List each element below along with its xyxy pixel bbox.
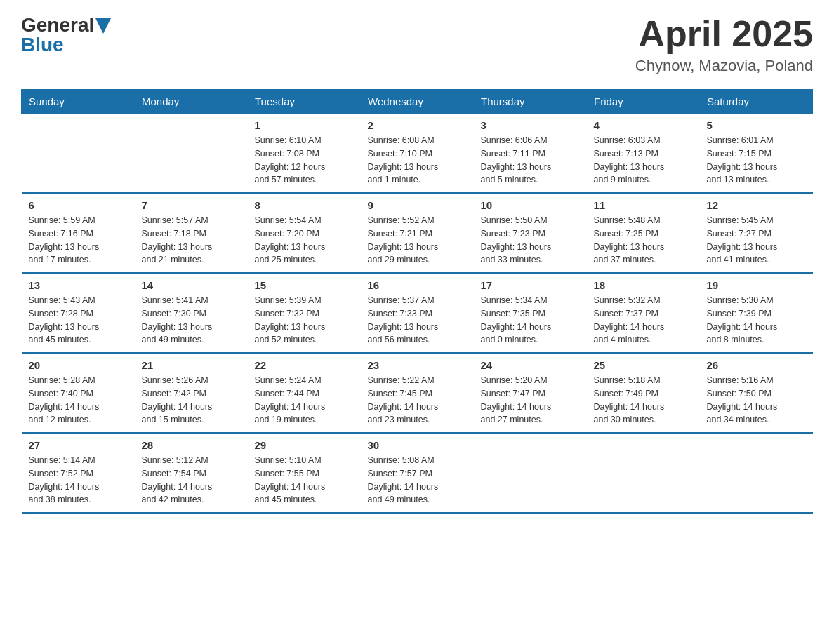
day-number: 25 — [594, 359, 693, 371]
title-block: April 2025 Chynow, Mazovia, Poland — [635, 14, 813, 75]
day-number: 15 — [255, 279, 354, 291]
calendar-day-cell: 30Sunrise: 5:08 AMSunset: 7:57 PMDayligh… — [361, 433, 474, 513]
calendar-day-cell: 23Sunrise: 5:22 AMSunset: 7:45 PMDayligh… — [361, 353, 474, 433]
calendar-week-row: 27Sunrise: 5:14 AMSunset: 7:52 PMDayligh… — [22, 433, 813, 513]
calendar-day-cell: 25Sunrise: 5:18 AMSunset: 7:49 PMDayligh… — [587, 353, 700, 433]
day-info: Sunrise: 5:41 AMSunset: 7:30 PMDaylight:… — [142, 294, 241, 347]
calendar-day-cell — [587, 433, 700, 513]
calendar-day-cell: 15Sunrise: 5:39 AMSunset: 7:32 PMDayligh… — [248, 273, 361, 353]
day-number: 26 — [707, 359, 806, 371]
day-info: Sunrise: 5:39 AMSunset: 7:32 PMDaylight:… — [255, 294, 354, 347]
day-info: Sunrise: 5:28 AMSunset: 7:40 PMDaylight:… — [29, 374, 128, 427]
day-info: Sunrise: 5:26 AMSunset: 7:42 PMDaylight:… — [142, 374, 241, 427]
calendar-day-cell: 20Sunrise: 5:28 AMSunset: 7:40 PMDayligh… — [22, 353, 135, 433]
day-of-week-header: Monday — [135, 90, 248, 114]
day-info: Sunrise: 5:32 AMSunset: 7:37 PMDaylight:… — [594, 294, 693, 347]
day-number: 4 — [594, 119, 693, 131]
calendar-body: 1Sunrise: 6:10 AMSunset: 7:08 PMDaylight… — [22, 114, 813, 514]
day-number: 16 — [368, 279, 467, 291]
day-of-week-header: Tuesday — [248, 90, 361, 114]
logo-blue-text: Blue — [21, 34, 111, 56]
calendar-day-cell: 26Sunrise: 5:16 AMSunset: 7:50 PMDayligh… — [700, 353, 813, 433]
day-number: 2 — [368, 119, 467, 131]
day-info: Sunrise: 5:52 AMSunset: 7:21 PMDaylight:… — [368, 214, 467, 267]
calendar-day-cell — [22, 114, 135, 194]
calendar-day-cell: 3Sunrise: 6:06 AMSunset: 7:11 PMDaylight… — [474, 114, 587, 194]
logo-triangle-icon — [95, 18, 111, 34]
day-info: Sunrise: 5:37 AMSunset: 7:33 PMDaylight:… — [368, 294, 467, 347]
day-number: 20 — [29, 359, 128, 371]
calendar-day-cell: 19Sunrise: 5:30 AMSunset: 7:39 PMDayligh… — [700, 273, 813, 353]
calendar-day-cell: 16Sunrise: 5:37 AMSunset: 7:33 PMDayligh… — [361, 273, 474, 353]
logo: General Blue — [21, 14, 111, 56]
day-info: Sunrise: 5:43 AMSunset: 7:28 PMDaylight:… — [29, 294, 128, 347]
day-info: Sunrise: 5:45 AMSunset: 7:27 PMDaylight:… — [707, 214, 806, 267]
day-number: 14 — [142, 279, 241, 291]
page-header: General Blue April 2025 Chynow, Mazovia,… — [21, 14, 813, 75]
calendar-week-row: 13Sunrise: 5:43 AMSunset: 7:28 PMDayligh… — [22, 273, 813, 353]
calendar-week-row: 6Sunrise: 5:59 AMSunset: 7:16 PMDaylight… — [22, 193, 813, 273]
day-number: 30 — [368, 439, 467, 451]
calendar-day-cell: 10Sunrise: 5:50 AMSunset: 7:23 PMDayligh… — [474, 193, 587, 273]
day-number: 17 — [481, 279, 580, 291]
day-of-week-header: Wednesday — [361, 90, 474, 114]
calendar-header: SundayMondayTuesdayWednesdayThursdayFrid… — [22, 90, 813, 114]
day-number: 21 — [142, 359, 241, 371]
day-number: 10 — [481, 199, 580, 211]
day-number: 22 — [255, 359, 354, 371]
day-info: Sunrise: 6:01 AMSunset: 7:15 PMDaylight:… — [707, 134, 806, 187]
month-title: April 2025 — [635, 14, 813, 54]
day-info: Sunrise: 5:20 AMSunset: 7:47 PMDaylight:… — [481, 374, 580, 427]
calendar-day-cell: 2Sunrise: 6:08 AMSunset: 7:10 PMDaylight… — [361, 114, 474, 194]
day-info: Sunrise: 5:16 AMSunset: 7:50 PMDaylight:… — [707, 374, 806, 427]
day-number: 5 — [707, 119, 806, 131]
day-number: 1 — [255, 119, 354, 131]
day-info: Sunrise: 6:06 AMSunset: 7:11 PMDaylight:… — [481, 134, 580, 187]
day-info: Sunrise: 5:14 AMSunset: 7:52 PMDaylight:… — [29, 454, 128, 507]
calendar-day-cell: 13Sunrise: 5:43 AMSunset: 7:28 PMDayligh… — [22, 273, 135, 353]
day-number: 3 — [481, 119, 580, 131]
calendar-day-cell: 27Sunrise: 5:14 AMSunset: 7:52 PMDayligh… — [22, 433, 135, 513]
day-info: Sunrise: 5:34 AMSunset: 7:35 PMDaylight:… — [481, 294, 580, 347]
calendar-week-row: 1Sunrise: 6:10 AMSunset: 7:08 PMDaylight… — [22, 114, 813, 194]
calendar-day-cell — [700, 433, 813, 513]
day-info: Sunrise: 6:03 AMSunset: 7:13 PMDaylight:… — [594, 134, 693, 187]
day-info: Sunrise: 5:54 AMSunset: 7:20 PMDaylight:… — [255, 214, 354, 267]
calendar-day-cell: 12Sunrise: 5:45 AMSunset: 7:27 PMDayligh… — [700, 193, 813, 273]
day-info: Sunrise: 5:10 AMSunset: 7:55 PMDaylight:… — [255, 454, 354, 507]
calendar-day-cell: 14Sunrise: 5:41 AMSunset: 7:30 PMDayligh… — [135, 273, 248, 353]
day-info: Sunrise: 5:22 AMSunset: 7:45 PMDaylight:… — [368, 374, 467, 427]
calendar-day-cell: 11Sunrise: 5:48 AMSunset: 7:25 PMDayligh… — [587, 193, 700, 273]
location-subtitle: Chynow, Mazovia, Poland — [635, 57, 813, 75]
calendar-day-cell: 28Sunrise: 5:12 AMSunset: 7:54 PMDayligh… — [135, 433, 248, 513]
days-of-week-row: SundayMondayTuesdayWednesdayThursdayFrid… — [22, 90, 813, 114]
day-number: 18 — [594, 279, 693, 291]
calendar-day-cell: 6Sunrise: 5:59 AMSunset: 7:16 PMDaylight… — [22, 193, 135, 273]
day-number: 9 — [368, 199, 467, 211]
day-number: 13 — [29, 279, 128, 291]
day-info: Sunrise: 5:50 AMSunset: 7:23 PMDaylight:… — [481, 214, 580, 267]
calendar-day-cell — [135, 114, 248, 194]
day-of-week-header: Friday — [587, 90, 700, 114]
day-number: 11 — [594, 199, 693, 211]
calendar-day-cell: 21Sunrise: 5:26 AMSunset: 7:42 PMDayligh… — [135, 353, 248, 433]
day-number: 29 — [255, 439, 354, 451]
day-number: 28 — [142, 439, 241, 451]
day-of-week-header: Sunday — [22, 90, 135, 114]
calendar-day-cell: 4Sunrise: 6:03 AMSunset: 7:13 PMDaylight… — [587, 114, 700, 194]
calendar-day-cell: 7Sunrise: 5:57 AMSunset: 7:18 PMDaylight… — [135, 193, 248, 273]
calendar-table: SundayMondayTuesdayWednesdayThursdayFrid… — [21, 89, 813, 514]
day-number: 19 — [707, 279, 806, 291]
calendar-week-row: 20Sunrise: 5:28 AMSunset: 7:40 PMDayligh… — [22, 353, 813, 433]
day-of-week-header: Saturday — [700, 90, 813, 114]
calendar-day-cell: 8Sunrise: 5:54 AMSunset: 7:20 PMDaylight… — [248, 193, 361, 273]
day-info: Sunrise: 6:10 AMSunset: 7:08 PMDaylight:… — [255, 134, 354, 187]
day-info: Sunrise: 5:12 AMSunset: 7:54 PMDaylight:… — [142, 454, 241, 507]
calendar-day-cell: 17Sunrise: 5:34 AMSunset: 7:35 PMDayligh… — [474, 273, 587, 353]
calendar-day-cell: 5Sunrise: 6:01 AMSunset: 7:15 PMDaylight… — [700, 114, 813, 194]
day-info: Sunrise: 5:59 AMSunset: 7:16 PMDaylight:… — [29, 214, 128, 267]
day-info: Sunrise: 5:24 AMSunset: 7:44 PMDaylight:… — [255, 374, 354, 427]
day-number: 27 — [29, 439, 128, 451]
svg-marker-0 — [95, 18, 111, 34]
day-of-week-header: Thursday — [474, 90, 587, 114]
